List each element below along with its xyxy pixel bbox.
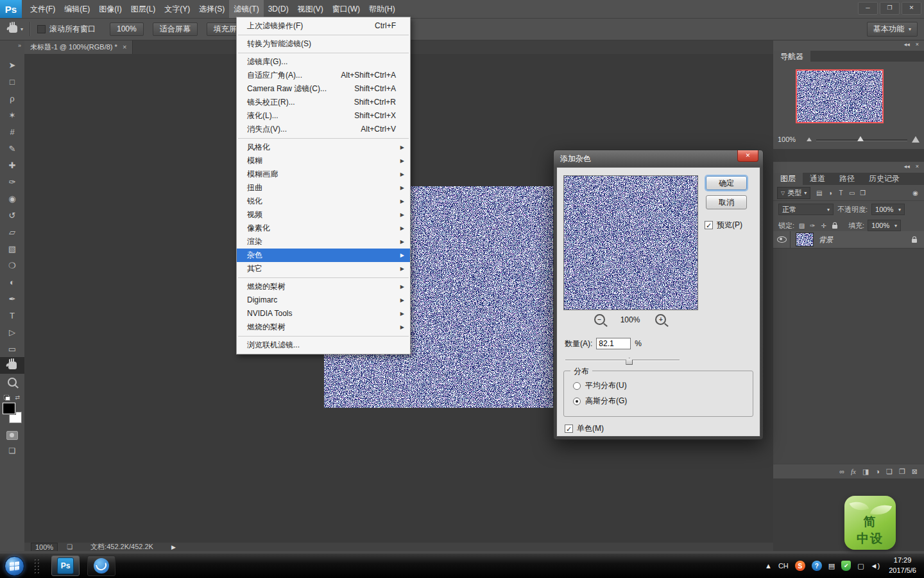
ime-language-indicator[interactable]: CH [778, 562, 789, 570]
screen-mode-icon[interactable]: ❏ [0, 446, 24, 455]
layer-row-background[interactable]: 背景 [773, 231, 924, 249]
quick-mask-icon[interactable] [6, 431, 18, 440]
panel-close-icon[interactable]: × [916, 163, 919, 173]
uniform-radio[interactable]: 平均分布(U) [573, 380, 627, 391]
filter-type-layers-icon[interactable]: T [836, 189, 846, 197]
history-brush-tool[interactable]: ↺ [0, 207, 24, 223]
filter-menu-item[interactable]: 扭曲▶ [237, 181, 410, 195]
ok-button[interactable]: 确定 [706, 176, 747, 190]
panel-tab-0[interactable]: 图层 [773, 173, 803, 185]
amount-input[interactable] [596, 338, 631, 349]
type-tool[interactable]: T [0, 307, 24, 324]
noise-preview[interactable] [563, 175, 698, 310]
scroll-all-checkbox[interactable] [37, 25, 46, 33]
filter-menu-item[interactable]: 模糊▶ [237, 154, 410, 168]
filter-menu-item[interactable]: 风格化▶ [237, 141, 410, 154]
filter-menu-item[interactable]: 消失点(V)...Alt+Ctrl+V [237, 123, 410, 136]
panel-tab-2[interactable]: 路径 [832, 173, 862, 185]
panel-close-icon[interactable]: × [916, 41, 919, 51]
zoom-in-button[interactable]: + [655, 314, 666, 325]
marquee-tool[interactable]: □ [0, 73, 24, 90]
link-layers-icon[interactable]: ∞ [839, 468, 844, 475]
menubar-item-1[interactable]: 编辑(E) [60, 0, 94, 18]
gradient-tool[interactable]: ▧ [0, 240, 24, 257]
filter-menu-item[interactable]: 滤镜库(G)... [237, 55, 410, 69]
panel-tab-1[interactable]: 通道 [803, 173, 832, 185]
photoshop-taskbar-button[interactable]: Ps [51, 556, 80, 576]
sogou-ime-icon[interactable]: S [795, 561, 805, 571]
menubar-item-3[interactable]: 图层(L) [126, 0, 160, 18]
blur-tool[interactable]: ❍ [0, 257, 24, 274]
clone-stamp-tool[interactable]: ◉ [0, 190, 24, 207]
brush-tool[interactable]: ✑ [0, 173, 24, 190]
filter-pixel-layers-icon[interactable]: ▤ [814, 189, 824, 197]
layer-filter-dropdown[interactable]: ▽ 类型 ▾ [777, 187, 810, 199]
filter-menu-item[interactable]: Digimarc▶ [237, 293, 410, 307]
dock-collapse-icon[interactable]: » [0, 40, 24, 53]
filter-menu-item[interactable]: Camera Raw 滤镜(C)...Shift+Ctrl+A [237, 82, 410, 96]
layer-style-icon[interactable]: fx [851, 468, 856, 475]
volume-tray-icon[interactable]: ◄) [871, 562, 880, 570]
navigator-zoom-slider[interactable] [816, 136, 907, 143]
move-tool[interactable]: ➤ [0, 57, 24, 73]
navigator-zoom-field[interactable]: 100% [778, 136, 802, 143]
amount-slider[interactable] [565, 356, 680, 364]
status-zoom-field[interactable]: 100% [31, 543, 58, 552]
menubar-item-10[interactable]: 帮助(H) [364, 0, 400, 18]
filter-shape-layers-icon[interactable]: ▭ [847, 189, 857, 197]
tab-close-icon[interactable]: × [123, 43, 126, 51]
menubar-item-2[interactable]: 图像(I) [94, 0, 126, 18]
checkbox-checked-icon[interactable]: ✓ [705, 221, 713, 229]
minimize-icon[interactable]: ─ [858, 2, 878, 15]
navigator-thumbnail[interactable] [796, 69, 884, 123]
restore-icon[interactable]: ❐ [880, 2, 900, 15]
dodge-tool[interactable]: ◐ [0, 274, 24, 290]
swap-swatches-icon[interactable]: ⇄ [15, 394, 20, 401]
layer-group-icon[interactable]: ❏ [886, 468, 893, 476]
filter-menu-item[interactable]: 转换为智能滤镜(S) [237, 37, 410, 51]
menubar-item-0[interactable]: 文件(F) [26, 0, 60, 18]
slider-thumb[interactable] [626, 358, 633, 365]
lock-transparency-icon[interactable]: ▨ [798, 222, 806, 229]
filter-menu-item[interactable]: NVIDIA Tools▶ [237, 307, 410, 320]
zoom-out-mountain-icon[interactable] [807, 137, 812, 141]
zoom-tool[interactable] [0, 374, 24, 390]
actual-pixels-button[interactable]: 100% [110, 22, 144, 36]
cancel-button[interactable]: 取消 [706, 195, 747, 209]
path-selection-tool[interactable]: ▷ [0, 324, 24, 340]
menubar-item-5[interactable]: 选择(S) [194, 0, 229, 18]
dialog-close-button[interactable]: ✕ [737, 150, 758, 162]
panel-tab-3[interactable]: 历史记录 [862, 173, 907, 185]
filter-toggle-icon[interactable]: ◉ [911, 189, 920, 197]
eraser-tool[interactable]: ▱ [0, 223, 24, 240]
menubar-item-4[interactable]: 文字(Y) [160, 0, 194, 18]
workspace-switcher[interactable]: 基本功能 ▾ [867, 22, 918, 37]
blend-mode-dropdown[interactable]: 正常 ▾ [778, 204, 834, 215]
help-tray-icon[interactable]: ? [812, 561, 822, 571]
opacity-dropdown[interactable]: 100% ▾ [871, 204, 905, 215]
lock-position-icon[interactable]: ✛ [819, 222, 828, 229]
quick-selection-tool[interactable]: ✶ [0, 107, 24, 123]
layer-thumbnail[interactable] [796, 232, 814, 247]
menubar-item-6[interactable]: 滤镜(T) [229, 0, 263, 18]
start-button[interactable] [4, 556, 24, 576]
filter-menu-item[interactable]: 锐化▶ [237, 195, 410, 208]
default-swatches-icon[interactable] [4, 395, 10, 401]
hand-tool[interactable] [0, 357, 24, 374]
collapse-panels-icon[interactable]: ◂◂ [904, 163, 910, 173]
filter-menu-item[interactable]: 杂色▶ [237, 249, 410, 262]
security-shield-icon[interactable]: ✔ [841, 561, 851, 571]
new-layer-icon[interactable]: ❐ [899, 468, 905, 476]
zoom-out-button[interactable]: − [594, 314, 605, 325]
crop-tool[interactable]: # [0, 123, 24, 140]
fill-dropdown[interactable]: 100% ▾ [868, 220, 901, 231]
filter-menu-item[interactable]: 浏览联机滤镜... [237, 338, 410, 352]
pen-tool[interactable]: ✒ [0, 290, 24, 307]
dialog-title-bar[interactable]: 添加杂色 [554, 150, 763, 167]
messenger-taskbar-button[interactable] [87, 556, 116, 576]
layer-visibility-toggle[interactable] [773, 231, 791, 248]
layer-mask-icon[interactable]: ◨ [862, 468, 869, 476]
fit-screen-button[interactable]: 适合屏幕 [153, 22, 198, 36]
eyedropper-tool[interactable]: ✎ [0, 140, 24, 157]
ime-toolbar-icon[interactable]: ▤ [828, 562, 835, 570]
